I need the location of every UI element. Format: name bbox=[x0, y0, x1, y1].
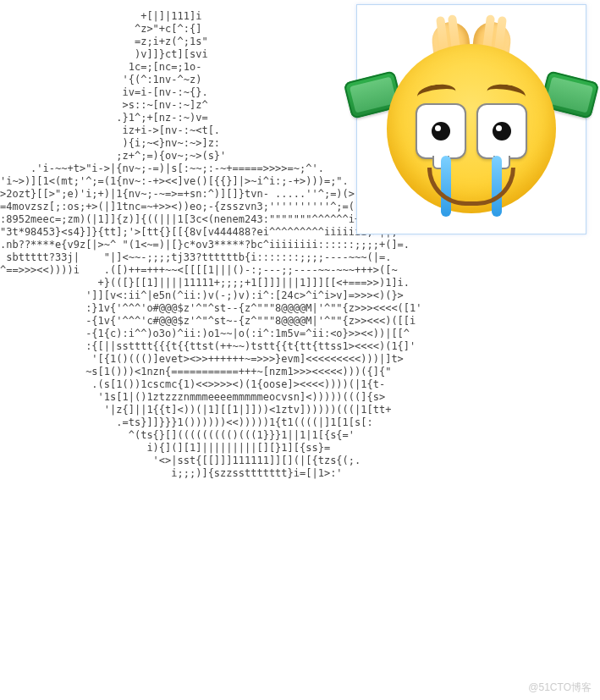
watermark-text: @51CTO博客 bbox=[528, 681, 592, 695]
emoji bbox=[357, 5, 586, 234]
image-root: +[|]|111]i ^z>"+c[^:{] =z;i+z(^;1s" )v]]… bbox=[0, 0, 600, 700]
right-eye-icon bbox=[476, 103, 527, 159]
emoji-box bbox=[356, 4, 586, 234]
left-eye-icon bbox=[416, 103, 466, 159]
face-icon bbox=[387, 44, 556, 213]
